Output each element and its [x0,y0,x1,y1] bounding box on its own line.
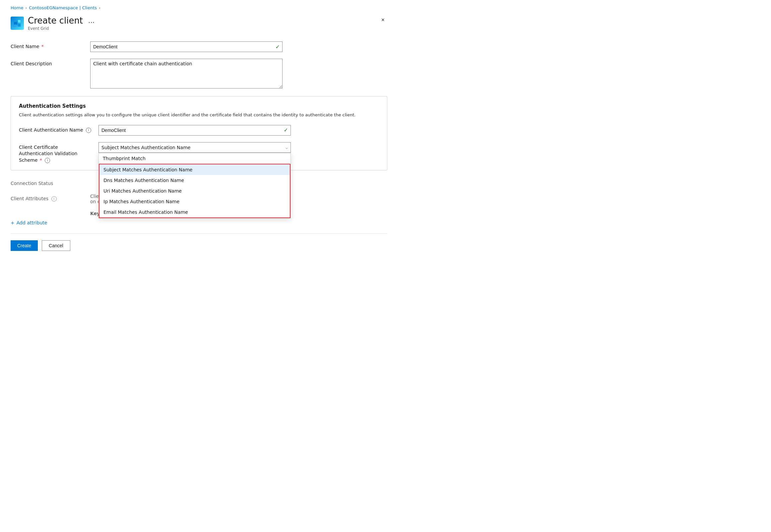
connection-status-label: Connection Status [11,178,84,187]
breadcrumb-namespace[interactable]: ContosoEGNamespace | Clients [29,5,97,10]
breadcrumb: Home › ContosoEGNamespace | Clients › [11,5,387,10]
client-name-input[interactable] [90,41,282,52]
cert-validation-row: Client Certificate Authentication Valida… [19,142,379,164]
add-icon: + [11,220,15,225]
dropdown-item-uri[interactable]: Uri Matches Authentication Name [99,186,290,196]
page-title: Create client [28,16,83,26]
svg-rect-1 [14,22,17,25]
auth-name-row: Client Authentication Name i ✓ [19,125,379,136]
add-attribute-label: Add attribute [17,220,47,225]
dropdown-item-dns[interactable]: Dns Matches Authentication Name [99,175,290,186]
cert-validation-dropdown[interactable]: Subject Matches Authentication Name ⌵ [98,142,291,153]
cert-validation-selected: Subject Matches Authentication Name [101,145,190,150]
dropdown-item-thumbprint[interactable]: Thumbprint Match [99,153,290,164]
auth-name-info-icon[interactable]: i [86,128,91,133]
cert-validation-label: Client Certificate Authentication Valida… [19,142,92,164]
client-description-input[interactable]: Client with certificate chain authentica… [90,59,282,89]
auth-name-check-icon: ✓ [284,127,288,133]
ellipsis-button[interactable]: ... [86,16,96,25]
client-name-row: Client Name * ✓ [11,41,387,52]
footer-buttons: Create Cancel [11,240,387,251]
add-attribute-button[interactable]: + Add attribute [11,220,387,225]
divider [11,233,387,234]
close-button[interactable]: × [378,16,387,24]
cert-validation-info-icon[interactable]: i [45,158,50,163]
client-description-row: Client Description Client with certifica… [11,59,387,89]
dropdown-item-ip[interactable]: Ip Matches Authentication Name [99,196,290,207]
cert-validation-dropdown-menu: Thumbprint Match Subject Matches Authent… [98,153,291,218]
dropdown-item-subject[interactable]: Subject Matches Authentication Name [99,164,290,175]
page-subtitle: Event Grid [28,26,96,31]
client-attributes-label: Client Attributes i [11,194,84,202]
page-icon [11,17,24,30]
auth-settings-box: Authentication Settings Client authentic… [11,96,387,170]
cancel-button[interactable]: Cancel [42,240,70,251]
page-header: Create client ... Event Grid × [11,16,387,31]
dropdown-highlighted-group: Subject Matches Authentication Name Dns … [99,164,290,218]
auth-name-label: Client Authentication Name i [19,125,92,134]
client-name-label: Client Name * [11,41,84,50]
chevron-down-icon: ⌵ [285,145,288,150]
auth-name-input[interactable] [98,125,291,136]
breadcrumb-home[interactable]: Home [11,5,23,10]
auth-settings-title: Authentication Settings [19,103,379,109]
client-description-label: Client Description [11,59,84,67]
auth-settings-description: Client authentication settings allow you… [19,112,379,118]
dropdown-item-email[interactable]: Email Matches Authentication Name [99,207,290,217]
svg-rect-2 [18,20,21,23]
check-icon: ✓ [275,44,280,50]
client-attributes-info-icon[interactable]: i [51,196,57,202]
create-button[interactable]: Create [11,240,38,251]
svg-rect-3 [18,24,21,27]
